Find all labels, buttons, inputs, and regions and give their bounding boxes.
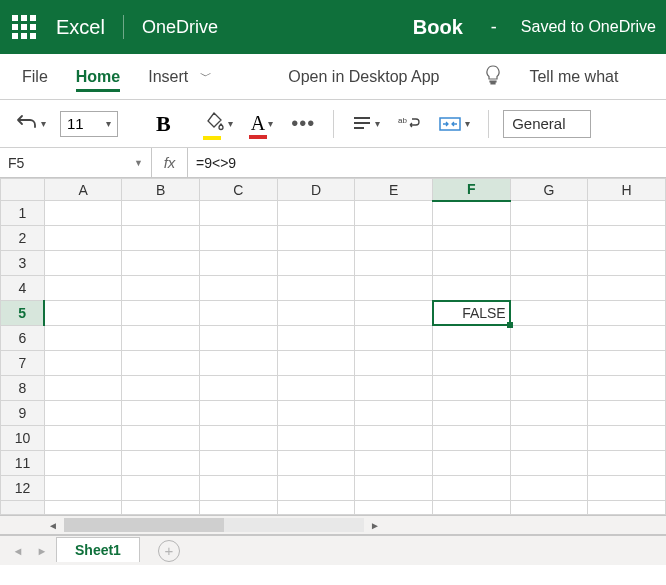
row-header[interactable]: 2	[1, 226, 45, 251]
cell[interactable]	[355, 226, 433, 251]
alignment-button[interactable]: ▾	[348, 113, 384, 135]
cell[interactable]	[277, 401, 355, 426]
cell[interactable]	[510, 426, 588, 451]
cell[interactable]	[44, 451, 122, 476]
column-header[interactable]: G	[510, 179, 588, 201]
app-launcher-icon[interactable]	[10, 13, 38, 41]
column-header[interactable]: B	[122, 179, 200, 201]
cell[interactable]	[588, 451, 666, 476]
scroll-left-icon[interactable]: ◄	[44, 517, 62, 533]
merge-button[interactable]: ▾	[434, 113, 474, 135]
cell[interactable]	[200, 451, 278, 476]
cell[interactable]	[588, 276, 666, 301]
cell[interactable]	[588, 376, 666, 401]
cell[interactable]	[355, 251, 433, 276]
row-header[interactable]: 7	[1, 351, 45, 376]
cell[interactable]	[510, 226, 588, 251]
save-status[interactable]: Saved to OneDrive	[521, 18, 656, 36]
name-box[interactable]: F5 ▼	[0, 148, 152, 177]
cell[interactable]	[277, 301, 355, 326]
cell[interactable]	[200, 251, 278, 276]
row-header[interactable]: 12	[1, 476, 45, 501]
cell[interactable]	[432, 276, 510, 301]
column-header[interactable]: F	[432, 179, 510, 201]
cell[interactable]	[277, 226, 355, 251]
cell[interactable]	[44, 476, 122, 501]
cell[interactable]	[355, 476, 433, 501]
cell[interactable]	[355, 451, 433, 476]
cell[interactable]	[200, 226, 278, 251]
cell[interactable]	[432, 501, 510, 515]
cell[interactable]	[510, 376, 588, 401]
cell[interactable]	[510, 401, 588, 426]
column-header[interactable]: H	[588, 179, 666, 201]
cell[interactable]	[277, 351, 355, 376]
horizontal-scrollbar[interactable]: ◄ ►	[0, 515, 666, 535]
cell[interactable]	[200, 426, 278, 451]
cell[interactable]	[44, 301, 122, 326]
cell[interactable]	[44, 501, 122, 515]
cell[interactable]	[510, 326, 588, 351]
bold-button[interactable]: B	[152, 109, 175, 139]
column-header[interactable]: D	[277, 179, 355, 201]
row-header[interactable]: 5	[1, 301, 45, 326]
sheet-tab[interactable]: Sheet1	[56, 537, 140, 562]
cell[interactable]	[588, 351, 666, 376]
cell[interactable]	[432, 476, 510, 501]
lightbulb-icon[interactable]	[485, 65, 501, 89]
formula-input[interactable]: =9<>9	[188, 148, 666, 177]
cell[interactable]	[200, 326, 278, 351]
tab-nav-prev-icon[interactable]: ►	[32, 545, 52, 557]
cell[interactable]	[200, 301, 278, 326]
fill-color-button[interactable]: ▾	[201, 109, 237, 138]
add-sheet-button[interactable]: +	[158, 540, 180, 562]
cell[interactable]	[44, 201, 122, 226]
cell[interactable]	[122, 301, 200, 326]
document-name[interactable]: Book	[413, 16, 463, 39]
cell[interactable]	[200, 376, 278, 401]
cell[interactable]	[588, 301, 666, 326]
cell[interactable]	[355, 301, 433, 326]
cell[interactable]	[200, 201, 278, 226]
cell[interactable]	[277, 326, 355, 351]
tab-insert[interactable]: Insert	[148, 62, 188, 92]
insert-function-button[interactable]: fx	[152, 148, 188, 177]
cell[interactable]	[44, 426, 122, 451]
cell[interactable]	[122, 276, 200, 301]
cell[interactable]	[432, 201, 510, 226]
select-all-corner[interactable]	[1, 179, 45, 201]
cell[interactable]	[355, 351, 433, 376]
font-color-button[interactable]: A ▾	[247, 110, 277, 137]
tab-file[interactable]: File	[22, 62, 48, 92]
cell[interactable]	[277, 376, 355, 401]
cell[interactable]	[510, 276, 588, 301]
cell[interactable]	[355, 376, 433, 401]
cell[interactable]	[355, 201, 433, 226]
cell[interactable]	[588, 201, 666, 226]
wrap-text-button[interactable]: ab	[394, 113, 424, 135]
cell[interactable]	[355, 326, 433, 351]
row-header[interactable]: 3	[1, 251, 45, 276]
cell[interactable]	[510, 251, 588, 276]
cell[interactable]	[432, 351, 510, 376]
cell[interactable]	[44, 276, 122, 301]
spreadsheet-grid[interactable]: A B C D E F G H 1 2 3 4 5FALSE 6 7 8 9 1…	[0, 178, 666, 515]
cell[interactable]	[200, 476, 278, 501]
more-formatting-button[interactable]: •••	[287, 110, 319, 137]
cell[interactable]	[122, 401, 200, 426]
tab-home[interactable]: Home	[76, 62, 120, 92]
cell[interactable]	[355, 401, 433, 426]
cell[interactable]	[122, 251, 200, 276]
cell[interactable]	[44, 326, 122, 351]
cell[interactable]	[432, 426, 510, 451]
row-header[interactable]: 6	[1, 326, 45, 351]
cell[interactable]	[588, 476, 666, 501]
cell[interactable]	[277, 476, 355, 501]
cell[interactable]	[355, 426, 433, 451]
row-header[interactable]: 11	[1, 451, 45, 476]
cell[interactable]	[432, 376, 510, 401]
cell[interactable]	[588, 501, 666, 515]
cell[interactable]	[122, 451, 200, 476]
cell[interactable]	[588, 401, 666, 426]
cell[interactable]	[588, 226, 666, 251]
